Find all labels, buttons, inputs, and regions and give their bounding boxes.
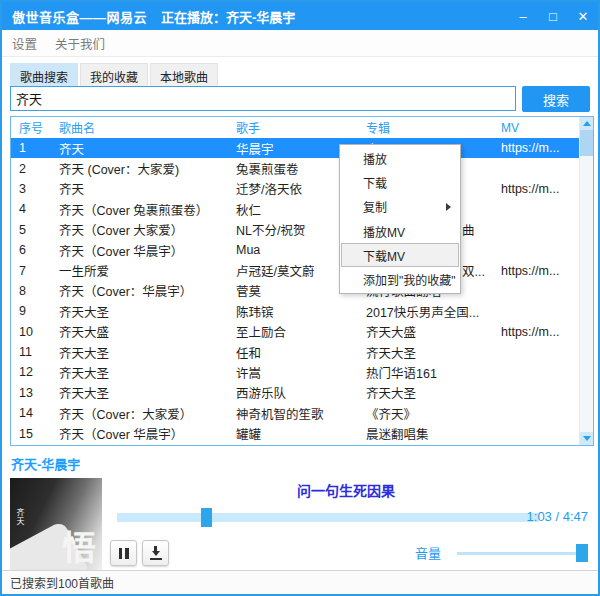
cell-singer: 许嵩 <box>228 363 358 382</box>
table-row[interactable]: 13齐天大圣西游乐队齐天大圣 <box>11 383 593 403</box>
cell-song-name: 齐天 <box>51 139 228 158</box>
volume-label: 音量 <box>415 543 441 562</box>
table-row[interactable]: 15齐天（Cover 华晨宇）罐罐晨迷翻唱集 <box>11 423 593 443</box>
cell-index: 5 <box>11 223 51 237</box>
cell-index: 2 <box>11 162 51 176</box>
progress-bar[interactable] <box>117 513 539 522</box>
cell-index: 11 <box>11 345 51 359</box>
cell-album: 齐天大圣 <box>358 343 493 362</box>
album-art-side-text: 齐天 <box>14 508 25 526</box>
status-bar: 已搜索到100首歌曲 <box>2 570 598 594</box>
column-header-2: 歌曲名 <box>51 119 228 136</box>
cell-song-name: 齐天大圣 <box>51 302 228 321</box>
cell-singer: 陈玮镔 <box>228 302 358 321</box>
pause-button[interactable] <box>110 540 137 566</box>
cell-index: 9 <box>11 304 51 318</box>
album-art-calligraphy: 悟 <box>62 521 96 570</box>
table-row[interactable]: 3齐天迁梦/洛天依https://m... <box>11 179 593 199</box>
pause-icon <box>119 548 129 559</box>
maximize-button[interactable]: □ <box>538 2 568 30</box>
window-controls: –□✕ <box>508 2 598 30</box>
cell-index: 15 <box>11 427 51 441</box>
search-button[interactable]: 搜索 <box>522 86 590 112</box>
cell-singer: 罐罐 <box>228 424 358 443</box>
context-menu-item[interactable]: 添加到"我的收藏" <box>341 267 459 291</box>
column-header-3: 歌手 <box>228 119 358 136</box>
table-row[interactable]: 7一生所爱卢冠廷/莫文蔚双...https://m... <box>11 260 593 280</box>
table-row[interactable]: 8齐天（Cover：华晨宇）菅莫流行歌曲翻唱 <box>11 281 593 301</box>
volume-slider[interactable] <box>457 552 588 555</box>
cell-index: 1 <box>11 141 51 155</box>
cell-singer: 西游乐队 <box>228 383 358 402</box>
arrow-up-icon <box>583 121 591 126</box>
search-row: 搜索 <box>10 86 590 112</box>
table-row[interactable]: 4齐天（Cover 兔裹煎蛋卷）秋仁 <box>11 199 593 219</box>
cell-singer: 至上励合 <box>228 322 358 341</box>
scrollbar-thumb[interactable] <box>580 130 593 156</box>
table-row[interactable]: 11齐天大圣任和齐天大圣 <box>11 342 593 362</box>
lyric-line: 问一句生死因果 <box>297 483 395 499</box>
table-scrollbar[interactable] <box>579 117 593 445</box>
context-menu-item[interactable]: 下载 <box>341 170 459 194</box>
cell-song-name: 一生所爱 <box>51 261 228 280</box>
menubar-item-2[interactable]: 关于我们 <box>47 34 113 53</box>
scroll-up-button[interactable] <box>580 117 593 130</box>
table-row[interactable]: 5齐天（Cover 大家爱）NL不分/祝贺曲 <box>11 220 593 240</box>
cell-song-name: 齐天（Cover 华晨宇） <box>51 424 228 443</box>
title-bar: 傲世音乐盒——网易云 正在播放：齐天-华晨宇 –□✕ <box>2 2 598 30</box>
cell-album: 晨迷翻唱集 <box>358 424 493 443</box>
cell-album: 2017快乐男声全国... <box>358 302 493 321</box>
close-button[interactable]: ✕ <box>568 2 598 30</box>
table-body: 1齐天华晨宇齐天https://m...2齐天 (Cover：大家爱)兔裹煎蛋卷… <box>11 138 593 444</box>
app-window: 傲世音乐盒——网易云 正在播放：齐天-华晨宇 –□✕ 设置关于我们 歌曲搜索我的… <box>0 0 600 596</box>
column-header-1: 序号 <box>11 119 51 136</box>
cell-mv-link: https://m... <box>493 264 581 278</box>
download-button[interactable] <box>142 540 169 566</box>
cell-album: 齐天大盛 <box>358 322 493 341</box>
cell-index: 4 <box>11 202 51 216</box>
status-text: 已搜索到100首歌曲 <box>10 574 114 591</box>
cell-index: 6 <box>11 243 51 257</box>
song-table: 序号歌曲名歌手专辑MV 1齐天华晨宇齐天https://m...2齐天 (Cov… <box>10 116 594 446</box>
cell-index: 3 <box>11 182 51 196</box>
search-input[interactable] <box>10 86 516 111</box>
lyric-line-wrap: 问一句生死因果 <box>102 480 590 500</box>
table-row[interactable]: 9齐天大圣陈玮镔2017快乐男声全国... <box>11 301 593 321</box>
cell-song-name: 齐天大盛 <box>51 322 228 341</box>
cell-song-name: 齐天大圣 <box>51 383 228 402</box>
menubar-item-1[interactable]: 设置 <box>4 34 45 53</box>
cell-mv-link: https://m... <box>493 325 581 339</box>
context-menu-item[interactable]: 播放 <box>341 146 459 170</box>
cell-index: 10 <box>11 325 51 339</box>
table-header: 序号歌曲名歌手专辑MV <box>11 117 593 138</box>
table-row[interactable]: 2齐天 (Cover：大家爱)兔裹煎蛋卷 <box>11 158 593 178</box>
table-row[interactable]: 6齐天（Cover 华晨宇）Mua <box>11 240 593 260</box>
cell-song-name: 齐天 <box>51 179 228 198</box>
now-playing-label: 齐天-华晨宇 <box>11 454 80 473</box>
column-header-5: MV <box>493 121 581 135</box>
cell-index: 7 <box>11 264 51 278</box>
table-row[interactable]: 12齐天大圣许嵩热门华语161 <box>11 362 593 382</box>
table-row[interactable]: 10齐天大盛至上励合齐天大盛https://m... <box>11 322 593 342</box>
scroll-down-button[interactable] <box>580 432 593 445</box>
table-row[interactable]: 14齐天（Cover：大家爱）神奇机智的笙歌《齐天》 <box>11 403 593 423</box>
cell-index: 12 <box>11 365 51 379</box>
album-art: 齐天 悟 <box>10 478 102 572</box>
cell-singer: 任和 <box>228 343 358 362</box>
volume-handle[interactable] <box>576 544 588 562</box>
cell-mv-link: https://m... <box>493 141 581 155</box>
cell-index: 13 <box>11 386 51 400</box>
cell-song-name: 齐天大圣 <box>51 343 228 362</box>
cell-index: 14 <box>11 406 51 420</box>
progress-handle[interactable] <box>201 508 212 527</box>
context-menu-item[interactable]: 复制 <box>341 195 459 219</box>
scrollbar-track[interactable] <box>580 156 593 432</box>
cell-song-name: 齐天大圣 <box>51 363 228 382</box>
context-menu-item[interactable]: 下载MV <box>341 243 459 267</box>
context-menu-item[interactable]: 播放MV <box>341 219 459 243</box>
menu-bar: 设置关于我们 <box>2 30 598 57</box>
cell-song-name: 齐天（Cover 大家爱） <box>51 220 228 239</box>
minimize-button[interactable]: – <box>508 2 538 30</box>
table-row[interactable]: 1齐天华晨宇齐天https://m... <box>11 138 593 158</box>
time-label: 1:03 / 4:47 <box>527 509 588 524</box>
